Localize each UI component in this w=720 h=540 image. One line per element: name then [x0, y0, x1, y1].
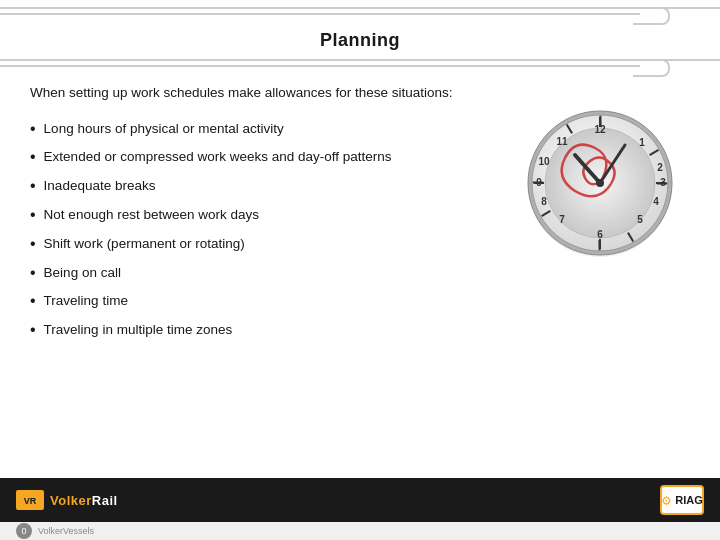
clock-container: 12 1 2 3 4 5 6 7 8 9 10 11 [510, 83, 690, 468]
gear-icon: ⚙ [661, 494, 673, 506]
main-content: When setting up work schedules make allo… [0, 71, 720, 478]
list-item: Long hours of physical or mental activit… [30, 119, 490, 140]
divider-line-1 [0, 59, 720, 61]
slide-title: Planning [0, 22, 720, 57]
volker-text: Volker [50, 493, 92, 508]
svg-text:5: 5 [637, 214, 643, 225]
text-section: When setting up work schedules make allo… [30, 83, 510, 468]
svg-text:10: 10 [538, 156, 550, 167]
svg-text:3: 3 [660, 177, 666, 188]
svg-text:4: 4 [653, 196, 659, 207]
top-line-1 [0, 7, 720, 9]
divider-line-2 [0, 65, 640, 67]
sub-footer-text: VolkerVessels [38, 526, 94, 536]
svg-text:12: 12 [594, 124, 606, 135]
svg-text:2: 2 [657, 162, 663, 173]
bullet-text: Traveling time [44, 291, 128, 311]
top-decorative-lines [0, 4, 720, 22]
bullet-text: Long hours of physical or mental activit… [44, 119, 284, 139]
list-item: Traveling in multiple time zones [30, 320, 490, 341]
volker-rail-text: VolkerRail [50, 493, 118, 508]
clock-illustration: 12 1 2 3 4 5 6 7 8 9 10 11 [520, 103, 680, 263]
svg-text:9: 9 [536, 177, 542, 188]
svg-text:1: 1 [639, 137, 645, 148]
list-item: Not enough rest between work days [30, 205, 490, 226]
svg-text:6: 6 [597, 229, 603, 240]
bullet-text: Extended or compressed work weeks and da… [44, 147, 392, 167]
riag-logo: ⚙ RIAG [660, 485, 704, 515]
riag-text: RIAG [675, 494, 703, 506]
divider-lines [0, 57, 720, 69]
list-item: Inadequate breaks [30, 176, 490, 197]
top-line-2 [0, 13, 640, 15]
bullet-list: Long hours of physical or mental activit… [30, 119, 490, 341]
vr-logo-icon: VR [19, 492, 41, 508]
list-item: Traveling time [30, 291, 490, 312]
page-number: 0 [16, 523, 32, 539]
svg-text:VR: VR [24, 496, 37, 506]
svg-point-30 [596, 179, 604, 187]
volker-rail-logo: VR VolkerRail [16, 490, 118, 510]
bullet-text: Being on call [44, 263, 121, 283]
vr-icon: VR [16, 490, 44, 510]
svg-text:8: 8 [541, 196, 547, 207]
footer: VR VolkerRail ⚙ RIAG [0, 478, 720, 522]
bullet-text: Inadequate breaks [44, 176, 156, 196]
bullet-text: Not enough rest between work days [44, 205, 259, 225]
svg-text:11: 11 [556, 136, 568, 147]
svg-text:7: 7 [559, 214, 565, 225]
list-item: Shift work (permanent or rotating) [30, 234, 490, 255]
bullet-text: Traveling in multiple time zones [44, 320, 233, 340]
riag-inner: ⚙ RIAG [661, 494, 703, 506]
rail-text: Rail [92, 493, 118, 508]
sub-footer: 0 VolkerVessels [0, 522, 720, 540]
list-item: Extended or compressed work weeks and da… [30, 147, 490, 168]
list-item: Being on call [30, 263, 490, 284]
intro-text: When setting up work schedules make allo… [30, 83, 490, 103]
riag-badge: ⚙ RIAG [660, 485, 704, 515]
slide: Planning When setting up work schedules … [0, 0, 720, 540]
bullet-text: Shift work (permanent or rotating) [44, 234, 245, 254]
